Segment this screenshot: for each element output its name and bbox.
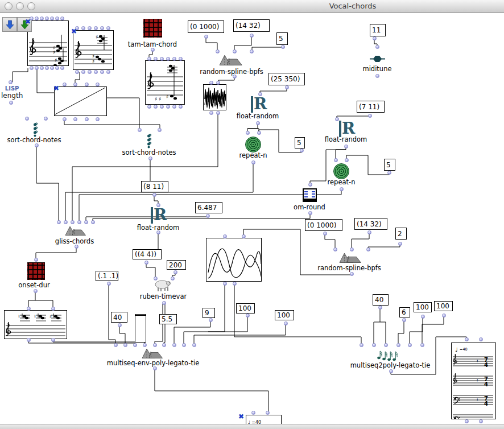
outlet-dot[interactable]	[233, 282, 237, 286]
patch-cord[interactable]	[146, 263, 155, 278]
outlet-dot[interactable]	[367, 230, 371, 234]
patch-cord[interactable]	[398, 321, 404, 345]
float-random-1[interactable]: R	[251, 96, 266, 113]
patch-cord[interactable]	[374, 308, 380, 345]
outlet-dot[interactable]	[340, 187, 344, 191]
horizontal-scrollbar[interactable]	[0, 424, 504, 429]
textbox-8-11[interactable]: (8 11)	[141, 181, 168, 192]
patch-cord[interactable]	[218, 77, 234, 82]
outlet-dot[interactable]	[284, 321, 288, 325]
patch-cord[interactable]	[93, 214, 310, 222]
outlet-dot[interactable]	[153, 366, 157, 370]
textbox-200[interactable]: 200	[167, 260, 186, 270]
outlet-dot[interactable]	[73, 117, 77, 121]
textbox-5-a[interactable]: 5	[276, 32, 288, 45]
inlet-dot[interactable]	[27, 307, 31, 311]
inlet-dot[interactable]	[63, 82, 67, 86]
inlet-dot[interactable]	[396, 343, 400, 347]
outlet-dot[interactable]	[373, 36, 377, 40]
close-button[interactable]	[5, 2, 13, 10]
random-spline-bpfs-2[interactable]	[339, 252, 363, 263]
inlet-dot[interactable]	[223, 234, 227, 238]
om-round[interactable]	[303, 188, 317, 202]
outlet-dot[interactable]	[323, 232, 327, 236]
outlet-dot[interactable]	[442, 314, 446, 317]
onset-dur[interactable]	[27, 262, 45, 280]
textbox-6[interactable]: 6	[399, 307, 410, 317]
inlet-dot[interactable]	[172, 57, 176, 61]
inlet-dot[interactable]	[55, 16, 59, 20]
inlet-dot[interactable]	[216, 50, 220, 53]
inlet-dot[interactable]	[172, 343, 176, 347]
patch-cord[interactable]	[155, 324, 163, 345]
inlet-dot[interactable]	[133, 343, 137, 347]
patch-cord[interactable]	[86, 217, 208, 222]
patch-cord[interactable]	[260, 88, 287, 94]
outlet-dot[interactable]	[166, 105, 170, 109]
inlet-dot[interactable]	[158, 128, 162, 132]
outlet-dot[interactable]	[96, 117, 100, 121]
inlet-dot[interactable]	[73, 82, 77, 86]
inlet-dot[interactable]	[96, 82, 100, 86]
inlet-dot[interactable]	[51, 307, 55, 311]
outlet-dot[interactable]	[152, 193, 156, 197]
outlet-dot[interactable]	[172, 105, 176, 109]
inlet-dot[interactable]	[57, 220, 61, 224]
inlet-dot[interactable]	[258, 92, 262, 96]
zoom-button[interactable]	[27, 2, 35, 10]
inlet-dot[interactable]	[366, 248, 370, 251]
chord-box-3[interactable]: ♯♯♯	[145, 60, 185, 105]
outlet-dot[interactable]	[55, 66, 59, 70]
patch-cord[interactable]	[28, 341, 135, 345]
textbox-0-1000-a[interactable]: (0 1000)	[188, 20, 224, 33]
textbox-5-c[interactable]: 5	[384, 159, 395, 171]
inlet-dot[interactable]	[345, 158, 349, 162]
outlet-dot[interactable]	[233, 75, 237, 79]
outlet-dot[interactable]	[389, 369, 393, 373]
outlet-dot[interactable]	[151, 48, 155, 52]
inlet-dot[interactable]	[94, 26, 98, 30]
patch-cord[interactable]	[107, 98, 139, 130]
inlet-dot[interactable]	[156, 203, 160, 207]
chord-box-1[interactable]: ♯♯♯	[27, 20, 69, 66]
inlet-dot[interactable]	[60, 16, 64, 20]
inlet-dot[interactable]	[372, 343, 376, 347]
textbox-14-32-a[interactable]: (14 32)	[233, 19, 270, 32]
outlet-dot[interactable]	[216, 111, 220, 115]
inlet-dot[interactable]	[84, 220, 88, 224]
outlet-dot[interactable]	[35, 66, 39, 70]
outlet-dot[interactable]	[206, 214, 210, 218]
inlet-dot[interactable]	[81, 26, 85, 30]
outlet-dot[interactable]	[375, 74, 379, 78]
outlet-dot[interactable]	[40, 66, 44, 70]
outlet-dot[interactable]	[308, 211, 312, 215]
inlet-dot[interactable]	[91, 220, 95, 224]
textbox-5-5[interactable]: 5.5	[159, 314, 177, 324]
outlet-dot[interactable]	[106, 70, 110, 74]
inlet-dot[interactable]	[257, 131, 261, 135]
bpf-smooth-box[interactable]	[206, 238, 262, 282]
textbox-11[interactable]: 11	[370, 24, 386, 36]
lisp-length[interactable]: LISPlength	[1, 85, 23, 100]
close-box-icon[interactable]: ✖	[238, 414, 244, 420]
outlet-dot[interactable]	[63, 117, 67, 121]
outlet-dot[interactable]	[402, 318, 406, 322]
inlet-dot[interactable]	[162, 343, 166, 347]
patch-cord[interactable]	[368, 245, 400, 249]
tam-tam-chord[interactable]	[143, 19, 162, 38]
inlet-dot[interactable]	[153, 343, 157, 347]
gliss-chords[interactable]	[65, 225, 88, 236]
inlet-dot[interactable]	[88, 26, 92, 30]
textbox-5-b[interactable]: 5	[295, 137, 305, 148]
ruben-timevar[interactable]	[154, 279, 172, 292]
inlet-dot[interactable]	[334, 158, 338, 162]
outlet-dot[interactable]	[162, 301, 166, 305]
textbox-100-a[interactable]: 100	[236, 303, 255, 314]
textbox-6487[interactable]: 6.487	[195, 202, 222, 213]
patcher-box[interactable]	[54, 86, 107, 116]
outlet-dot[interactable]	[9, 101, 13, 105]
outlet-dot[interactable]	[75, 245, 79, 249]
inlet-dot[interactable]	[123, 343, 127, 347]
close-box-icon[interactable]: ✖	[53, 85, 59, 92]
outlet-dot[interactable]	[60, 66, 64, 70]
